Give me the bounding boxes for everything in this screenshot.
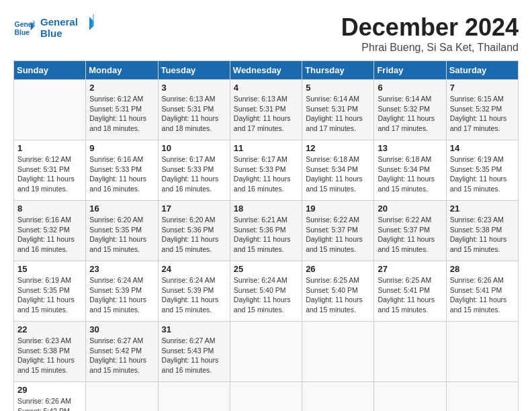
day-number: 25 — [234, 264, 298, 274]
day-info: Sunrise: 6:27 AM Sunset: 5:42 PM Dayligh… — [89, 336, 154, 375]
calendar-cell: 15Sunrise: 6:19 AM Sunset: 5:35 PM Dayli… — [14, 261, 86, 322]
day-number: 18 — [234, 203, 298, 214]
calendar-cell: 19Sunrise: 6:22 AM Sunset: 5:37 PM Dayli… — [302, 201, 374, 261]
calendar-cell: 20Sunrise: 6:22 AM Sunset: 5:37 PM Dayli… — [374, 201, 446, 261]
calendar-cell: 30Sunrise: 6:27 AM Sunset: 5:42 PM Dayli… — [86, 322, 158, 382]
day-number: 11 — [234, 143, 298, 153]
day-info: Sunrise: 6:17 AM Sunset: 5:33 PM Dayligh… — [162, 154, 226, 194]
day-header-tuesday: Tuesday — [158, 61, 230, 80]
day-number: 15 — [17, 264, 82, 274]
day-number: 23 — [89, 264, 154, 274]
day-number: 6 — [378, 83, 442, 93]
calendar-cell — [446, 322, 518, 382]
calendar-cell: 28Sunrise: 6:26 AM Sunset: 5:41 PM Dayli… — [446, 261, 518, 322]
day-number: 29 — [17, 385, 82, 395]
day-header-sunday: Sunday — [14, 61, 86, 80]
calendar-cell: 29Sunrise: 6:26 AM Sunset: 5:42 PM Dayli… — [14, 382, 86, 412]
calendar-cell — [230, 382, 302, 412]
logo: General Blue General Blue General Blue — [13, 13, 94, 43]
calendar-cell — [374, 322, 446, 382]
day-number: 2 — [89, 83, 154, 93]
calendar-cell — [302, 382, 374, 412]
calendar-cell — [158, 382, 230, 412]
calendar-cell: 16Sunrise: 6:20 AM Sunset: 5:35 PM Dayli… — [86, 201, 158, 261]
day-info: Sunrise: 6:23 AM Sunset: 5:38 PM Dayligh… — [450, 215, 515, 255]
calendar-cell: 22Sunrise: 6:23 AM Sunset: 5:38 PM Dayli… — [14, 322, 86, 382]
calendar-cell: 8Sunrise: 6:16 AM Sunset: 5:32 PM Daylig… — [14, 201, 86, 261]
day-info: Sunrise: 6:21 AM Sunset: 5:36 PM Dayligh… — [234, 215, 298, 255]
calendar-cell: 6Sunrise: 6:14 AM Sunset: 5:32 PM Daylig… — [374, 80, 446, 140]
calendar-cell: 3Sunrise: 6:13 AM Sunset: 5:31 PM Daylig… — [158, 80, 230, 140]
calendar-cell: 5Sunrise: 6:14 AM Sunset: 5:31 PM Daylig… — [302, 80, 374, 140]
calendar-cell: 9Sunrise: 6:16 AM Sunset: 5:33 PM Daylig… — [86, 140, 158, 201]
calendar-cell: 24Sunrise: 6:24 AM Sunset: 5:39 PM Dayli… — [158, 261, 230, 322]
day-info: Sunrise: 6:19 AM Sunset: 5:35 PM Dayligh… — [17, 275, 82, 315]
calendar-cell: 18Sunrise: 6:21 AM Sunset: 5:36 PM Dayli… — [230, 201, 302, 261]
calendar-week-row: 29Sunrise: 6:26 AM Sunset: 5:42 PM Dayli… — [14, 382, 519, 412]
calendar-cell: 31Sunrise: 6:27 AM Sunset: 5:43 PM Dayli… — [158, 322, 230, 382]
day-number: 26 — [306, 264, 370, 274]
calendar-cell: 17Sunrise: 6:20 AM Sunset: 5:36 PM Dayli… — [158, 201, 230, 261]
day-info: Sunrise: 6:22 AM Sunset: 5:37 PM Dayligh… — [378, 215, 442, 255]
day-number: 14 — [450, 143, 515, 153]
day-info: Sunrise: 6:25 AM Sunset: 5:40 PM Dayligh… — [306, 275, 370, 315]
day-header-saturday: Saturday — [446, 61, 518, 80]
day-header-thursday: Thursday — [302, 61, 374, 80]
calendar-header-row: SundayMondayTuesdayWednesdayThursdayFrid… — [14, 61, 519, 80]
calendar-cell — [374, 382, 446, 412]
day-info: Sunrise: 6:18 AM Sunset: 5:34 PM Dayligh… — [306, 154, 370, 194]
day-number: 9 — [89, 143, 154, 153]
calendar-cell: 10Sunrise: 6:17 AM Sunset: 5:33 PM Dayli… — [158, 140, 230, 201]
svg-marker-7 — [93, 13, 94, 27]
day-info: Sunrise: 6:22 AM Sunset: 5:37 PM Dayligh… — [306, 215, 370, 255]
day-number: 3 — [162, 83, 226, 93]
calendar-cell: 27Sunrise: 6:25 AM Sunset: 5:41 PM Dayli… — [374, 261, 446, 322]
day-info: Sunrise: 6:26 AM Sunset: 5:41 PM Dayligh… — [450, 275, 515, 315]
day-number: 27 — [378, 264, 442, 274]
calendar-cell: 21Sunrise: 6:23 AM Sunset: 5:38 PM Dayli… — [446, 201, 518, 261]
location-subtitle: Phrai Bueng, Si Sa Ket, Thailand — [341, 42, 519, 54]
calendar-cell — [302, 322, 374, 382]
calendar-cell: 11Sunrise: 6:17 AM Sunset: 5:33 PM Dayli… — [230, 140, 302, 201]
day-number: 8 — [17, 203, 82, 214]
calendar-cell: 13Sunrise: 6:18 AM Sunset: 5:34 PM Dayli… — [374, 140, 446, 201]
day-info: Sunrise: 6:18 AM Sunset: 5:34 PM Dayligh… — [378, 154, 442, 194]
day-info: Sunrise: 6:17 AM Sunset: 5:33 PM Dayligh… — [234, 154, 298, 194]
day-info: Sunrise: 6:20 AM Sunset: 5:36 PM Dayligh… — [162, 215, 226, 255]
calendar-cell: 26Sunrise: 6:25 AM Sunset: 5:40 PM Dayli… — [302, 261, 374, 322]
logo-icon: General Blue — [13, 17, 35, 39]
calendar-cell: 12Sunrise: 6:18 AM Sunset: 5:34 PM Dayli… — [302, 140, 374, 201]
svg-text:Blue: Blue — [40, 28, 62, 39]
day-info: Sunrise: 6:16 AM Sunset: 5:32 PM Dayligh… — [17, 215, 82, 255]
day-header-friday: Friday — [374, 61, 446, 80]
day-info: Sunrise: 6:15 AM Sunset: 5:32 PM Dayligh… — [450, 94, 515, 134]
calendar-cell — [446, 382, 518, 412]
day-number: 31 — [162, 324, 226, 334]
day-info: Sunrise: 6:13 AM Sunset: 5:31 PM Dayligh… — [234, 94, 298, 134]
calendar-cell: 4Sunrise: 6:13 AM Sunset: 5:31 PM Daylig… — [230, 80, 302, 140]
day-number: 17 — [162, 203, 226, 214]
calendar-table: SundayMondayTuesdayWednesdayThursdayFrid… — [13, 60, 519, 411]
calendar-cell — [230, 322, 302, 382]
month-title: December 2024 — [341, 13, 519, 42]
calendar-week-row: 2Sunrise: 6:12 AM Sunset: 5:31 PM Daylig… — [14, 80, 519, 140]
day-info: Sunrise: 6:12 AM Sunset: 5:31 PM Dayligh… — [17, 154, 82, 194]
calendar-cell: 1Sunrise: 6:12 AM Sunset: 5:31 PM Daylig… — [14, 140, 86, 201]
day-info: Sunrise: 6:24 AM Sunset: 5:40 PM Dayligh… — [234, 275, 298, 315]
day-number: 12 — [306, 143, 370, 153]
day-info: Sunrise: 6:23 AM Sunset: 5:38 PM Dayligh… — [17, 336, 82, 375]
day-number: 28 — [450, 264, 515, 274]
day-info: Sunrise: 6:27 AM Sunset: 5:43 PM Dayligh… — [162, 336, 226, 375]
calendar-cell: 14Sunrise: 6:19 AM Sunset: 5:35 PM Dayli… — [446, 140, 518, 201]
day-number: 10 — [162, 143, 226, 153]
day-info: Sunrise: 6:16 AM Sunset: 5:33 PM Dayligh… — [89, 154, 154, 194]
day-info: Sunrise: 6:14 AM Sunset: 5:32 PM Dayligh… — [378, 94, 442, 134]
day-number: 7 — [450, 83, 515, 93]
calendar-week-row: 15Sunrise: 6:19 AM Sunset: 5:35 PM Dayli… — [14, 261, 519, 322]
day-info: Sunrise: 6:20 AM Sunset: 5:35 PM Dayligh… — [89, 215, 154, 255]
day-info: Sunrise: 6:13 AM Sunset: 5:31 PM Dayligh… — [162, 94, 226, 134]
day-info: Sunrise: 6:24 AM Sunset: 5:39 PM Dayligh… — [89, 275, 154, 315]
calendar-week-row: 1Sunrise: 6:12 AM Sunset: 5:31 PM Daylig… — [14, 140, 519, 201]
day-number: 30 — [89, 324, 154, 334]
day-number: 24 — [162, 264, 226, 274]
